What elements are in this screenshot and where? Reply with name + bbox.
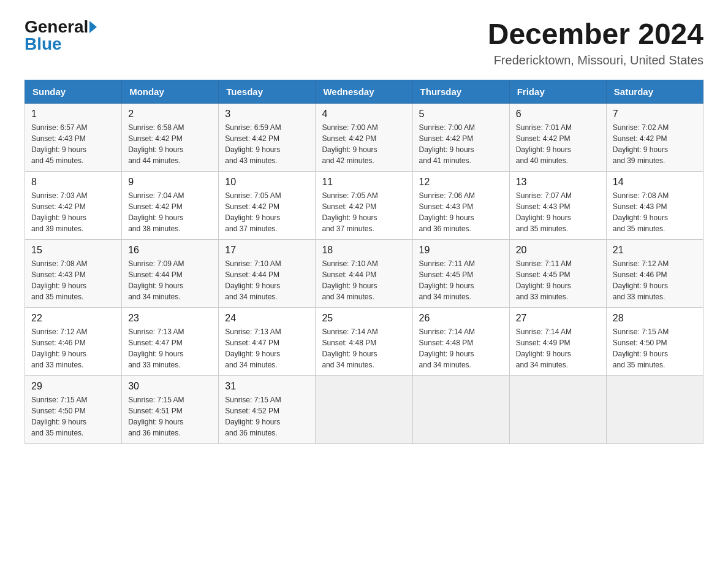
logo-blue-text: Blue (25, 36, 62, 53)
calendar-week-row: 22Sunrise: 7:12 AMSunset: 4:46 PMDayligh… (25, 307, 703, 375)
calendar-cell: 10Sunrise: 7:05 AMSunset: 4:42 PMDayligh… (219, 171, 316, 239)
page-header: General Blue December 2024 Fredericktown… (25, 18, 703, 67)
day-number: 2 (128, 109, 212, 120)
day-info: Sunrise: 6:59 AMSunset: 4:42 PMDaylight:… (225, 122, 309, 166)
day-info: Sunrise: 7:02 AMSunset: 4:42 PMDaylight:… (613, 122, 697, 166)
calendar-cell: 12Sunrise: 7:06 AMSunset: 4:43 PMDayligh… (412, 171, 509, 239)
calendar-cell: 3Sunrise: 6:59 AMSunset: 4:42 PMDaylight… (219, 103, 316, 171)
calendar-cell: 7Sunrise: 7:02 AMSunset: 4:42 PMDaylight… (606, 103, 703, 171)
calendar-week-row: 29Sunrise: 7:15 AMSunset: 4:50 PMDayligh… (25, 375, 703, 443)
day-info: Sunrise: 7:14 AMSunset: 4:48 PMDaylight:… (322, 326, 406, 370)
day-number: 6 (516, 109, 600, 120)
day-info: Sunrise: 7:14 AMSunset: 4:48 PMDaylight:… (419, 326, 503, 370)
logo: General Blue (25, 18, 97, 53)
calendar-cell: 13Sunrise: 7:07 AMSunset: 4:43 PMDayligh… (509, 171, 606, 239)
day-info: Sunrise: 7:08 AMSunset: 4:43 PMDaylight:… (31, 258, 115, 302)
day-info: Sunrise: 7:03 AMSunset: 4:42 PMDaylight:… (31, 190, 115, 234)
calendar-cell: 1Sunrise: 6:57 AMSunset: 4:43 PMDaylight… (25, 103, 122, 171)
calendar-cell: 6Sunrise: 7:01 AMSunset: 4:42 PMDaylight… (509, 103, 606, 171)
day-info: Sunrise: 7:10 AMSunset: 4:44 PMDaylight:… (225, 258, 309, 302)
calendar-cell: 17Sunrise: 7:10 AMSunset: 4:44 PMDayligh… (219, 239, 316, 307)
calendar-cell: 30Sunrise: 7:15 AMSunset: 4:51 PMDayligh… (122, 375, 219, 443)
calendar-cell: 8Sunrise: 7:03 AMSunset: 4:42 PMDaylight… (25, 171, 122, 239)
day-info: Sunrise: 7:05 AMSunset: 4:42 PMDaylight:… (225, 190, 309, 234)
day-info: Sunrise: 7:04 AMSunset: 4:42 PMDaylight:… (128, 190, 212, 234)
day-number: 20 (516, 245, 600, 256)
calendar-cell: 24Sunrise: 7:13 AMSunset: 4:47 PMDayligh… (219, 307, 316, 375)
day-number: 19 (419, 245, 503, 256)
day-number: 28 (613, 313, 697, 324)
calendar-cell (606, 375, 703, 443)
day-number: 29 (31, 381, 115, 392)
day-info: Sunrise: 7:08 AMSunset: 4:43 PMDaylight:… (613, 190, 697, 234)
calendar-cell: 22Sunrise: 7:12 AMSunset: 4:46 PMDayligh… (25, 307, 122, 375)
day-info: Sunrise: 7:15 AMSunset: 4:51 PMDaylight:… (128, 394, 212, 439)
calendar-week-row: 8Sunrise: 7:03 AMSunset: 4:42 PMDaylight… (25, 171, 703, 239)
calendar-week-row: 1Sunrise: 6:57 AMSunset: 4:43 PMDaylight… (25, 103, 703, 171)
day-number: 24 (225, 313, 309, 324)
day-info: Sunrise: 7:09 AMSunset: 4:44 PMDaylight:… (128, 258, 212, 302)
day-number: 14 (613, 177, 697, 188)
day-info: Sunrise: 7:10 AMSunset: 4:44 PMDaylight:… (322, 258, 406, 302)
calendar-table: SundayMondayTuesdayWednesdayThursdayFrid… (25, 80, 703, 444)
day-number: 30 (128, 381, 212, 392)
calendar-cell (509, 375, 606, 443)
day-number: 23 (128, 313, 212, 324)
day-info: Sunrise: 7:06 AMSunset: 4:43 PMDaylight:… (419, 190, 503, 234)
day-info: Sunrise: 7:00 AMSunset: 4:42 PMDaylight:… (322, 122, 406, 166)
weekday-header-thursday: Thursday (412, 80, 509, 103)
calendar-cell: 15Sunrise: 7:08 AMSunset: 4:43 PMDayligh… (25, 239, 122, 307)
day-info: Sunrise: 7:14 AMSunset: 4:49 PMDaylight:… (516, 326, 600, 370)
day-number: 13 (516, 177, 600, 188)
day-number: 9 (128, 177, 212, 188)
day-number: 15 (31, 245, 115, 256)
day-info: Sunrise: 7:13 AMSunset: 4:47 PMDaylight:… (225, 326, 309, 370)
day-number: 25 (322, 313, 406, 324)
day-number: 12 (419, 177, 503, 188)
day-info: Sunrise: 7:11 AMSunset: 4:45 PMDaylight:… (419, 258, 503, 302)
calendar-cell: 31Sunrise: 7:15 AMSunset: 4:52 PMDayligh… (219, 375, 316, 443)
day-info: Sunrise: 6:57 AMSunset: 4:43 PMDaylight:… (31, 122, 115, 166)
title-area: December 2024 Fredericktown, Missouri, U… (488, 18, 703, 67)
day-number: 16 (128, 245, 212, 256)
weekday-header-monday: Monday (122, 80, 219, 103)
calendar-cell: 20Sunrise: 7:11 AMSunset: 4:45 PMDayligh… (509, 239, 606, 307)
day-info: Sunrise: 7:15 AMSunset: 4:52 PMDaylight:… (225, 394, 309, 439)
calendar-cell: 18Sunrise: 7:10 AMSunset: 4:44 PMDayligh… (316, 239, 412, 307)
day-number: 22 (31, 313, 115, 324)
weekday-header-row: SundayMondayTuesdayWednesdayThursdayFrid… (25, 80, 703, 103)
weekday-header-saturday: Saturday (606, 80, 703, 103)
day-number: 26 (419, 313, 503, 324)
day-number: 8 (31, 177, 115, 188)
day-info: Sunrise: 7:05 AMSunset: 4:42 PMDaylight:… (322, 190, 406, 234)
calendar-cell: 26Sunrise: 7:14 AMSunset: 4:48 PMDayligh… (412, 307, 509, 375)
calendar-week-row: 15Sunrise: 7:08 AMSunset: 4:43 PMDayligh… (25, 239, 703, 307)
day-number: 17 (225, 245, 309, 256)
day-info: Sunrise: 7:13 AMSunset: 4:47 PMDaylight:… (128, 326, 212, 370)
day-info: Sunrise: 7:11 AMSunset: 4:45 PMDaylight:… (516, 258, 600, 302)
day-number: 7 (613, 109, 697, 120)
day-number: 10 (225, 177, 309, 188)
day-number: 21 (613, 245, 697, 256)
day-number: 4 (322, 109, 406, 120)
calendar-title: December 2024 (488, 18, 703, 51)
day-number: 5 (419, 109, 503, 120)
day-info: Sunrise: 6:58 AMSunset: 4:42 PMDaylight:… (128, 122, 212, 166)
calendar-cell: 11Sunrise: 7:05 AMSunset: 4:42 PMDayligh… (316, 171, 412, 239)
calendar-subtitle: Fredericktown, Missouri, United States (488, 53, 703, 67)
weekday-header-tuesday: Tuesday (219, 80, 316, 103)
calendar-cell (316, 375, 412, 443)
calendar-cell: 2Sunrise: 6:58 AMSunset: 4:42 PMDaylight… (122, 103, 219, 171)
day-info: Sunrise: 7:15 AMSunset: 4:50 PMDaylight:… (613, 326, 697, 370)
calendar-cell: 21Sunrise: 7:12 AMSunset: 4:46 PMDayligh… (606, 239, 703, 307)
day-info: Sunrise: 7:00 AMSunset: 4:42 PMDaylight:… (419, 122, 503, 166)
weekday-header-friday: Friday (509, 80, 606, 103)
day-number: 27 (516, 313, 600, 324)
day-info: Sunrise: 7:15 AMSunset: 4:50 PMDaylight:… (31, 394, 115, 439)
day-info: Sunrise: 7:01 AMSunset: 4:42 PMDaylight:… (516, 122, 600, 166)
calendar-cell: 5Sunrise: 7:00 AMSunset: 4:42 PMDaylight… (412, 103, 509, 171)
calendar-cell: 14Sunrise: 7:08 AMSunset: 4:43 PMDayligh… (606, 171, 703, 239)
calendar-cell: 29Sunrise: 7:15 AMSunset: 4:50 PMDayligh… (25, 375, 122, 443)
logo-arrow-icon (89, 21, 97, 33)
day-number: 31 (225, 381, 309, 392)
